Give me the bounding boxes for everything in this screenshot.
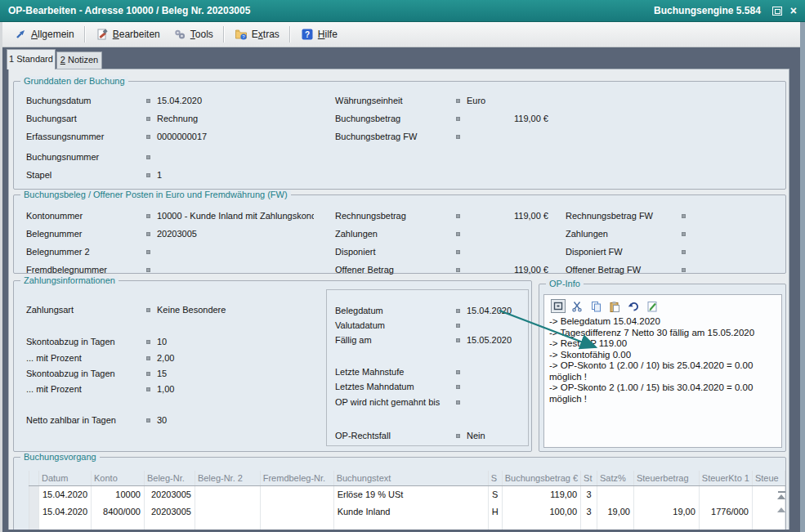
edit-icon[interactable] bbox=[645, 299, 660, 313]
col-header: Fremdbeleg-Nr. bbox=[260, 471, 333, 485]
menu-allgemein[interactable]: Allgemein bbox=[7, 25, 81, 43]
field-marker-icon bbox=[682, 250, 686, 254]
field-disponiert-fw: Disponiert FW bbox=[566, 246, 692, 257]
field-marker-icon bbox=[146, 173, 150, 177]
maximize-icon[interactable] bbox=[551, 299, 566, 313]
field-marker-icon bbox=[682, 268, 686, 272]
field-value: 10000 - Kunde Inland mit Zahlungskonditi… bbox=[157, 211, 314, 221]
group-grunddaten: Grunddaten der Buchung Buchungsdatum15.0… bbox=[13, 81, 786, 190]
field-marker-icon bbox=[146, 387, 150, 391]
field-offener-betrag-fw: Offener Betrag FW bbox=[566, 264, 692, 275]
field-value: 15 bbox=[157, 369, 167, 378]
field-buchungsnummer: Buchungsnummer bbox=[26, 151, 157, 163]
field-marker-icon bbox=[456, 309, 460, 313]
op-info-line: -> Tagesdifferenz 7 Netto 30 fällig am 1… bbox=[544, 328, 781, 339]
scroll-up-icon[interactable] bbox=[776, 507, 786, 512]
op-info-line: -> OP-Skonto 1 (2.00 / 10) bis 25.04.202… bbox=[544, 360, 781, 382]
field-marker-icon bbox=[146, 372, 150, 376]
field-marker-icon bbox=[456, 135, 460, 139]
menu-extras[interactable]: ? Extras bbox=[228, 25, 286, 43]
field-faellig-am: Fällig am15.05.2020 bbox=[335, 334, 512, 346]
col-header: SteuerKto 1 bbox=[699, 471, 752, 485]
menu-bearbeiten[interactable]: Bearbeiten bbox=[89, 25, 167, 43]
restore-window-icon[interactable] bbox=[772, 7, 782, 16]
menu-separator bbox=[84, 26, 86, 42]
group-title: Buchungsvorgang bbox=[20, 452, 100, 463]
field-fremdbelegnummer: Fremdbelegnummer bbox=[26, 264, 157, 275]
undo-icon[interactable] bbox=[626, 299, 641, 313]
table-row[interactable]: 15.04.2020 10000 20203005 Erlöse 19 % US… bbox=[29, 485, 785, 503]
field-value: 15.04.2020 bbox=[467, 306, 512, 315]
field-marker-icon bbox=[146, 99, 150, 103]
field-offener-betrag: Offener Betrag119,00 € bbox=[335, 264, 548, 275]
field-marker-icon bbox=[146, 268, 150, 272]
field-marker-icon bbox=[456, 117, 460, 121]
scroll-to-top-icon[interactable] bbox=[776, 491, 786, 499]
op-info-text-area[interactable]: -> Belegdatum 15.04.2020 -> Tagesdiffere… bbox=[543, 294, 782, 448]
field-value: 20203005 bbox=[157, 229, 197, 239]
field-marker-icon bbox=[146, 308, 150, 312]
field-value: Nein bbox=[467, 431, 485, 440]
tab-notizen[interactable]: 2 Notizen bbox=[56, 51, 102, 69]
field-marker-icon bbox=[146, 135, 150, 139]
field-waehrungseinheit: WährungseinheitEuro bbox=[335, 95, 485, 106]
svg-text:?: ? bbox=[305, 30, 310, 39]
tab-standard[interactable]: 1 Standard bbox=[7, 49, 56, 69]
col-header: Datum bbox=[38, 471, 91, 485]
close-window-icon[interactable]: × bbox=[790, 5, 797, 16]
field-marker-icon bbox=[456, 99, 460, 103]
col-header: Steuerbetrag bbox=[633, 471, 699, 485]
group-buchungsbeleg: Buchungsbeleg / Offener Posten in Euro u… bbox=[13, 194, 786, 274]
op-info-line: -> Rest-OP 119.00 bbox=[544, 338, 781, 350]
field-value: 119,00 € bbox=[467, 265, 548, 275]
group-title: Zahlungsinformationen bbox=[20, 275, 119, 286]
arrow-up-right-icon bbox=[14, 28, 27, 41]
field-marker-icon bbox=[146, 117, 150, 121]
field-belegnummer2: Belegnummer 2 bbox=[26, 246, 157, 257]
titlebar: OP-Bearbeiten - Adresse 10000 / Beleg Nr… bbox=[0, 0, 805, 22]
group-buchungsvorgang: Buchungsvorgang Datum Konto Beleg-Nr. Be… bbox=[13, 457, 786, 530]
field-marker-icon bbox=[146, 232, 150, 236]
col-header: Buchungsbetrag € bbox=[502, 471, 580, 485]
paste-icon[interactable] bbox=[607, 299, 622, 313]
col-header: Beleg-Nr. bbox=[144, 471, 195, 485]
copy-icon[interactable] bbox=[588, 299, 603, 313]
field-kontonummer: Kontonummer10000 - Kunde Inland mit Zahl… bbox=[26, 210, 314, 221]
engine-version-label: Buchungsengine 5.584 bbox=[654, 5, 761, 16]
field-value: Euro bbox=[467, 96, 485, 105]
field-zahlungen: Zahlungen bbox=[335, 228, 467, 239]
col-header: St bbox=[581, 471, 597, 485]
field-marker-icon bbox=[456, 370, 460, 374]
col-header: Konto bbox=[92, 471, 145, 485]
col-header: Steue bbox=[752, 471, 785, 485]
group-zahlungsinformationen: Zahlungsinformationen ZahlungsartKeine B… bbox=[13, 280, 532, 452]
row-selector[interactable] bbox=[29, 485, 39, 503]
field-value: 119,00 € bbox=[467, 114, 548, 123]
cut-icon[interactable] bbox=[570, 299, 584, 313]
row-selector-header bbox=[29, 471, 39, 485]
app-window: OP-Bearbeiten - Adresse 10000 / Beleg Nr… bbox=[0, 0, 805, 532]
row-selector[interactable] bbox=[29, 503, 39, 520]
col-header: Satz% bbox=[597, 471, 634, 485]
menu-tools[interactable]: Tools bbox=[167, 25, 220, 43]
field-buchungsbetrag: Buchungsbetrag119,00 € bbox=[335, 113, 548, 124]
field-skonto1-prozent: ... mit Prozent2,00 bbox=[26, 352, 174, 364]
col-header: Beleg-Nr. 2 bbox=[195, 471, 260, 485]
field-marker-icon bbox=[682, 214, 686, 218]
table-row[interactable]: 15.04.2020 8400/000 20203005 Kunde Inlan… bbox=[29, 503, 785, 520]
field-skonto1-tage: Skontoabzug in Tagen10 bbox=[26, 336, 167, 347]
gears-icon bbox=[173, 28, 186, 41]
field-letztes-mahndatum: Letztes Mahndatum bbox=[335, 381, 467, 392]
field-value: Keine Besondere bbox=[157, 305, 226, 315]
field-marker-icon bbox=[456, 232, 460, 236]
field-marker-icon bbox=[456, 268, 460, 272]
field-marker-icon bbox=[456, 338, 460, 342]
hammer-icon bbox=[96, 28, 109, 41]
field-nicht-gemahnt-bis: OP wird nicht gemahnt bis bbox=[335, 396, 467, 408]
help-icon: ? bbox=[301, 28, 314, 41]
field-marker-icon bbox=[456, 214, 460, 218]
menu-hilfe[interactable]: ? Hilfe bbox=[294, 25, 344, 43]
group-title: OP-Info bbox=[546, 279, 584, 289]
field-marker-icon bbox=[146, 250, 150, 254]
field-erfassungsnummer: Erfassungsnummer0000000017 bbox=[26, 131, 207, 142]
